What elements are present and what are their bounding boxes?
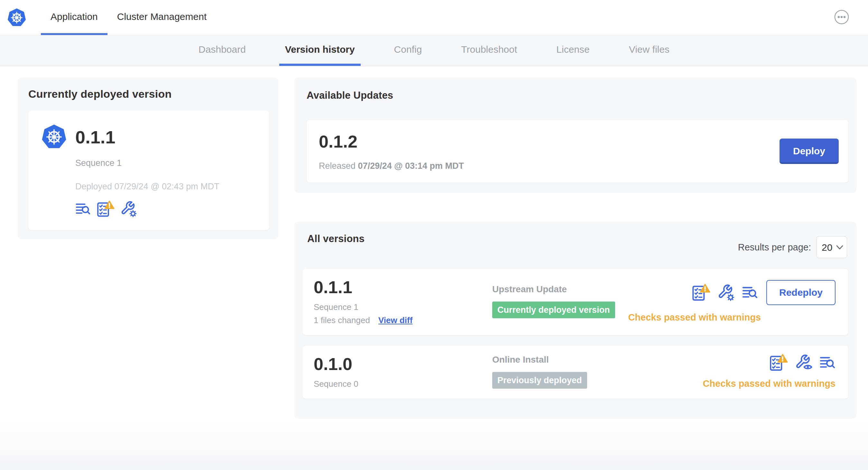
config-icon[interactable]: [120, 201, 137, 217]
tab-cluster-management[interactable]: Cluster Management: [107, 0, 216, 35]
files-changed-count: 1 files changed: [314, 315, 370, 325]
tab-config[interactable]: Config: [388, 35, 428, 66]
version-sequence: Sequence 1: [314, 302, 492, 312]
results-per-page-label: Results per page:: [738, 242, 811, 253]
tab-troubleshoot[interactable]: Troubleshoot: [455, 35, 523, 66]
app-footer: v1.112.1: [0, 418, 868, 470]
update-version-number: 0.1.2: [319, 132, 464, 152]
results-per-page-select-wrap: 20: [816, 236, 847, 258]
tab-version-history[interactable]: Version history: [279, 35, 361, 66]
currently-deployed-title: Currently deployed version: [28, 88, 269, 100]
status-badge: Currently deployed version: [492, 302, 615, 318]
deployed-version-number: 0.1.1: [75, 127, 116, 147]
app-subnav: Dashboard Version history Config Trouble…: [0, 35, 868, 66]
version-source: Upstream Update: [492, 284, 628, 295]
status-badge: Previously deployed: [492, 372, 587, 389]
all-versions-title: All versions: [307, 233, 365, 245]
available-update-row: 0.1.2 Released 07/29/24 @ 03:14 pm MDT D…: [307, 120, 848, 182]
preflight-checks-warning-icon[interactable]: [692, 284, 710, 301]
kubernetes-logo-icon: [7, 8, 26, 35]
preflight-status-text: Checks passed with warnings: [628, 312, 761, 323]
tab-view-files[interactable]: View files: [623, 35, 675, 66]
logs-icon[interactable]: [819, 355, 836, 370]
all-versions-card: All versions Results per page: 20: [294, 222, 857, 418]
currently-deployed-card: Currently deployed version 0.1.1 Sequenc…: [18, 77, 278, 239]
deployed-sequence: Sequence 1: [75, 158, 256, 168]
version-row-0-1-1: 0.1.1 Sequence 1 1 files changed View di…: [302, 269, 848, 335]
tab-license[interactable]: License: [551, 35, 595, 66]
app-logo-icon: [41, 124, 67, 150]
app-header: Application Cluster Management: [0, 0, 868, 35]
preflight-status-text: Checks passed with warnings: [703, 378, 836, 389]
available-updates-title: Available Updates: [307, 90, 848, 101]
overflow-menu-icon[interactable]: [834, 9, 849, 25]
update-released-timestamp: Released 07/29/24 @ 03:14 pm MDT: [319, 161, 464, 171]
logs-icon[interactable]: [742, 285, 758, 300]
preflight-checks-warning-icon[interactable]: [96, 201, 115, 217]
results-per-page-select[interactable]: 20: [816, 236, 847, 258]
version-number: 0.1.1: [314, 277, 492, 297]
config-view-icon[interactable]: [795, 354, 812, 371]
logs-icon[interactable]: [75, 202, 91, 216]
version-row-0-1-0: 0.1.0 Sequence 0 Online Install Previous…: [302, 345, 848, 399]
main-content: Currently deployed version 0.1.1 Sequenc…: [0, 66, 868, 418]
version-sequence: Sequence 0: [314, 379, 492, 389]
config-icon[interactable]: [717, 284, 735, 301]
available-updates-card: Available Updates 0.1.2 Released 07/29/2…: [294, 77, 857, 193]
view-diff-link[interactable]: View diff: [378, 315, 412, 325]
version-number: 0.1.0: [314, 354, 492, 374]
preflight-checks-warning-icon[interactable]: [769, 354, 788, 371]
redeploy-button[interactable]: Redeploy: [766, 280, 836, 305]
currently-deployed-version-panel: 0.1.1 Sequence 1 Deployed 07/29/24 @ 02:…: [28, 110, 269, 230]
tab-application[interactable]: Application: [41, 0, 107, 35]
header-tabs: Application Cluster Management: [41, 0, 216, 35]
tab-dashboard[interactable]: Dashboard: [193, 35, 252, 66]
version-source: Online Install: [492, 355, 703, 365]
deploy-button[interactable]: Deploy: [779, 139, 839, 164]
deployed-timestamp: Deployed 07/29/24 @ 02:43 pm MDT: [75, 181, 256, 192]
